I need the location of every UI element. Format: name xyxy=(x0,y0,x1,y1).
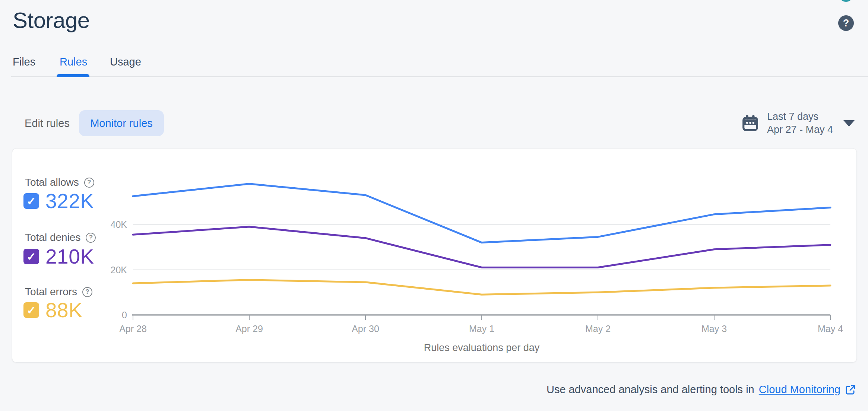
rules-evaluations-chart: 020K40KApr 28Apr 29Apr 30May 1May 2May 3… xyxy=(12,149,857,363)
date-range-preset: Last 7 days xyxy=(767,110,833,123)
tab-files[interactable]: Files xyxy=(13,56,35,68)
active-tab-indicator xyxy=(57,74,89,77)
svg-text:Apr 29: Apr 29 xyxy=(235,324,263,334)
svg-text:May 4: May 4 xyxy=(818,324,843,334)
tabs-divider xyxy=(11,76,868,77)
chevron-down-icon xyxy=(843,120,855,127)
page-title: Storage xyxy=(13,7,90,33)
storage-tabs: Files Rules Usage xyxy=(0,51,868,77)
svg-text:Apr 30: Apr 30 xyxy=(352,324,379,334)
help-button[interactable]: ? xyxy=(838,15,854,31)
svg-text:20K: 20K xyxy=(111,265,127,275)
svg-text:0: 0 xyxy=(122,310,127,320)
monitor-rules-button[interactable]: Monitor rules xyxy=(79,110,164,136)
date-range-dates: Apr 27 - May 4 xyxy=(767,123,833,136)
cloud-monitoring-link[interactable]: Cloud Monitoring xyxy=(759,383,840,396)
svg-text:May 3: May 3 xyxy=(701,324,727,334)
question-mark-icon: ? xyxy=(843,17,849,29)
date-range-selector[interactable]: Last 7 days Apr 27 - May 4 xyxy=(742,109,855,137)
svg-text:40K: 40K xyxy=(111,219,127,230)
tab-rules[interactable]: Rules xyxy=(60,56,87,68)
svg-text:May 1: May 1 xyxy=(469,324,494,334)
date-range-text: Last 7 days Apr 27 - May 4 xyxy=(767,110,833,136)
svg-text:May 2: May 2 xyxy=(585,324,611,334)
chart-caption: Rules evaluations per day xyxy=(133,342,830,354)
storage-monitor-page: Storage ? Files Rules Usage Edit rules M… xyxy=(0,0,868,411)
external-link-icon[interactable] xyxy=(845,384,856,395)
account-avatar[interactable] xyxy=(839,0,853,2)
svg-text:Apr 28: Apr 28 xyxy=(119,324,147,334)
rules-monitor-card: Total allows ? ✓ 322K Total denies ? ✓ 2… xyxy=(12,148,857,363)
calendar-icon xyxy=(742,115,759,132)
edit-rules-button[interactable]: Edit rules xyxy=(25,110,70,136)
cloud-monitoring-callout: Use advanced analysis and alerting tools… xyxy=(547,383,856,396)
callout-text: Use advanced analysis and alerting tools… xyxy=(547,383,754,396)
tab-usage[interactable]: Usage xyxy=(110,56,141,68)
